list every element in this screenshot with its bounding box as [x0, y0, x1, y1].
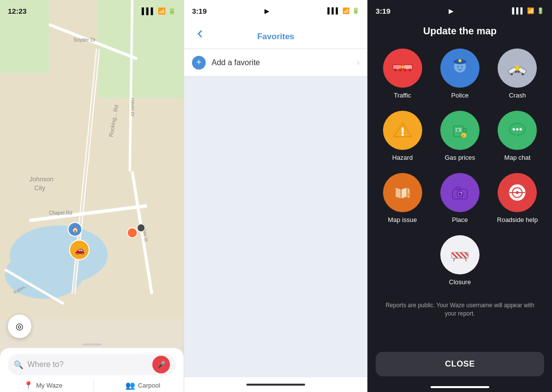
update-battery-icon: 🔋: [537, 7, 544, 14]
screen-update: 3:19 ▶ ▌▌▌ 📶 🔋 Update the map: [367, 0, 552, 392]
svg-point-28: [394, 69, 397, 72]
update-status-icons: ▌▌▌ 📶 🔋: [512, 7, 544, 14]
update-item-traffic[interactable]: Traffic: [376, 45, 429, 103]
status-bar-map: 12:23 ▌▌▌ 📶 🔋: [0, 0, 184, 22]
fav-drag-indicator: [246, 384, 305, 386]
roadside-icon: [498, 173, 537, 212]
add-favorite-row[interactable]: + Add a favorite ›: [184, 49, 367, 76]
close-indicator: [431, 386, 489, 388]
place-label: Place: [452, 216, 468, 223]
bottom-bar: 🔍 Where to? 🎤 📍 My Waze 👥 Carpool: [0, 348, 184, 392]
fav-signal-icon: ▌▌▌: [327, 7, 340, 14]
svg-point-30: [404, 69, 407, 72]
update-item-gas[interactable]: $ $ Gas prices: [433, 107, 486, 165]
svg-rect-67: [456, 187, 460, 190]
police-label: Police: [451, 92, 468, 99]
update-item-mapissue[interactable]: Map issue: [376, 169, 429, 227]
svg-point-56: [516, 128, 519, 131]
svg-point-38: [457, 66, 458, 68]
crash-icon: [498, 49, 537, 88]
svg-point-55: [513, 128, 515, 131]
favorites-header: 3:19 ▶ ▌▌▌ 📶 🔋 Favorites: [184, 0, 367, 49]
update-signal-icon: ▌▌▌: [512, 7, 525, 14]
favorites-status-bar: 3:19 ▶ ▌▌▌ 📶 🔋: [184, 0, 367, 22]
carpool-tab[interactable]: 👥 Carpool: [125, 379, 161, 391]
back-button[interactable]: [192, 26, 208, 42]
svg-text:Johnson: Johnson: [29, 175, 53, 183]
compass-button[interactable]: ◎: [8, 315, 31, 338]
svg-point-57: [520, 128, 522, 131]
battery-icon: 🔋: [168, 7, 176, 15]
gas-icon: $ $: [440, 111, 480, 150]
screen-favorites: 3:19 ▶ ▌▌▌ 📶 🔋 Favorites + Add a favorit…: [184, 0, 367, 392]
carpool-label: Carpool: [138, 382, 161, 389]
svg-rect-47: [402, 127, 404, 133]
search-placeholder: Where to?: [27, 360, 148, 369]
fav-location-icon: ▶: [264, 7, 269, 15]
svg-text:🏠: 🏠: [72, 226, 79, 233]
hazard-icon: [383, 111, 422, 150]
traffic-label: Traffic: [394, 92, 411, 99]
fav-bottom-bar: [184, 377, 367, 392]
screen-map: Rocking... Rd Chapel Rd White St Snyder …: [0, 0, 184, 392]
mapissue-icon: [383, 173, 422, 212]
signal-icon: ▌▌▌: [142, 7, 155, 15]
mic-icon: 🎤: [157, 361, 166, 368]
update-item-chat[interactable]: Map chat: [491, 107, 544, 165]
wifi-icon: 📶: [158, 7, 166, 15]
my-waze-icon: 📍: [24, 381, 33, 390]
svg-line-80: [465, 258, 466, 261]
svg-text:$: $: [457, 128, 459, 132]
police-icon: [440, 49, 480, 88]
update-item-hazard[interactable]: Hazard: [376, 107, 429, 165]
svg-marker-58: [395, 187, 401, 199]
update-status-bar: 3:19 ▶ ▌▌▌ 📶 🔋: [368, 0, 552, 22]
close-label: CLOSE: [445, 359, 475, 369]
svg-point-25: [137, 224, 145, 232]
svg-point-31: [408, 69, 411, 72]
update-item-closure[interactable]: Closure: [438, 231, 482, 290]
favorites-empty-area: [184, 76, 367, 377]
svg-point-39: [461, 66, 462, 68]
tab-divider: [94, 379, 94, 391]
hazard-label: Hazard: [392, 154, 413, 161]
closure-icon: [440, 235, 480, 274]
update-map-title: Update the map: [368, 22, 552, 45]
update-spacer: [368, 322, 552, 352]
closure-row: Closure: [368, 227, 552, 294]
mapissue-label: Map issue: [388, 216, 417, 223]
update-item-roadside[interactable]: Roadside help: [491, 169, 544, 227]
svg-text:Chapel Rd: Chapel Rd: [49, 210, 72, 216]
update-wifi-icon: 📶: [527, 7, 534, 14]
my-waze-tab[interactable]: 📍 My Waze: [24, 379, 63, 391]
add-favorite-icon: +: [192, 56, 206, 70]
svg-point-68: [460, 192, 462, 194]
closure-label: Closure: [449, 278, 471, 286]
svg-text:City: City: [34, 184, 46, 192]
bottom-nav-tabs: 📍 My Waze 👥 Carpool: [8, 379, 176, 391]
add-favorite-label: Add a favorite: [212, 58, 351, 67]
svg-point-24: [127, 228, 137, 238]
fav-wifi-icon: 📶: [342, 7, 350, 14]
svg-point-29: [399, 69, 402, 72]
traffic-icon: [383, 49, 422, 88]
update-item-place[interactable]: Place: [433, 169, 486, 227]
fav-battery-icon: 🔋: [352, 7, 360, 14]
fav-status-icons: ▌▌▌ 📶 🔋: [327, 7, 360, 14]
update-item-police[interactable]: Police: [433, 45, 486, 103]
fav-time: 3:19: [192, 7, 207, 15]
chevron-right-icon: ›: [357, 58, 360, 67]
carpool-icon: 👥: [125, 381, 135, 390]
update-item-crash[interactable]: Crash: [491, 45, 544, 103]
crash-label: Crash: [509, 92, 526, 99]
search-icon: 🔍: [14, 360, 24, 369]
update-location-icon: ▶: [449, 7, 454, 15]
status-icons: ▌▌▌ 📶 🔋: [142, 7, 176, 15]
compass-icon: ◎: [16, 321, 24, 332]
search-bar[interactable]: 🔍 Where to? 🎤: [8, 354, 176, 375]
mic-button[interactable]: 🎤: [152, 356, 170, 373]
update-map-grid: Traffic Police: [368, 45, 552, 227]
close-button[interactable]: CLOSE: [376, 352, 544, 376]
svg-point-48: [401, 134, 404, 136]
svg-text:Snyder Dr: Snyder Dr: [73, 37, 96, 43]
